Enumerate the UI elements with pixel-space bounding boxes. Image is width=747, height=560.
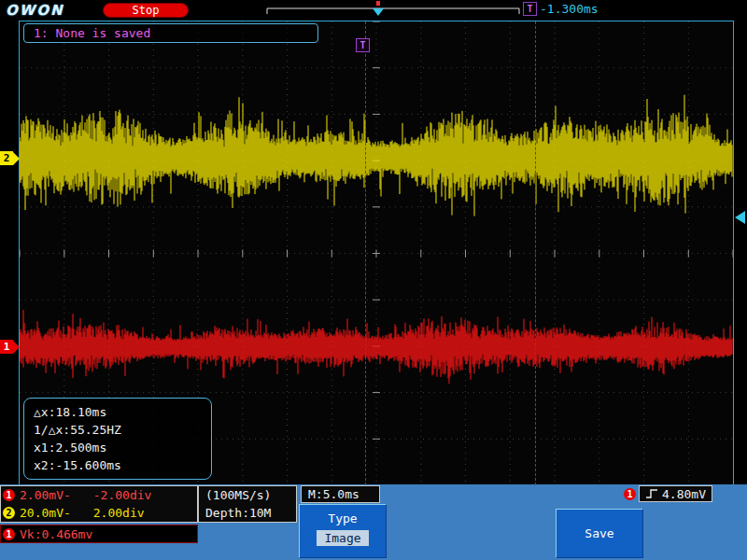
ch1-offset: -2.00div: [93, 488, 152, 502]
record-position-ruler: [264, 0, 526, 21]
time-cursor-1[interactable]: [365, 21, 366, 485]
channel-info-box: 1 2.00mV- -2.00div 2 20.0mV- 2.00div: [0, 485, 198, 523]
oscilloscope-screen: OWON Stop T -1.300ms T 1: None is saved …: [0, 0, 747, 560]
run-stop-button[interactable]: Stop: [103, 3, 189, 18]
trigger-level-box: 4.80mV: [639, 485, 712, 502]
cursor-x1: x1:2.500ms: [34, 439, 202, 456]
channel1-info-row: 1 2.00mV- -2.00div: [1, 486, 197, 504]
channel2-marker-arrow-icon: [13, 152, 20, 165]
cursor-freq: 1/△x:55.25HZ: [34, 421, 202, 439]
trigger-position-tick: [376, 1, 380, 6]
window-position-arrow-icon: [373, 8, 384, 16]
trigger-level-marker[interactable]: [735, 211, 745, 224]
trigger-t-icon: T: [523, 2, 537, 16]
vk-channel-badge: 1: [3, 528, 15, 540]
ch1-scale: 2.00mV-: [20, 488, 71, 502]
timebase-readout: M:5.0ms: [301, 485, 380, 503]
channel2-position-marker[interactable]: 2: [0, 151, 21, 165]
ch2-offset: 2.00div: [93, 506, 145, 520]
type-menu-button[interactable]: Type Image: [299, 504, 387, 558]
channel1-position-marker[interactable]: 1: [0, 340, 21, 354]
channel2-info-row: 2 20.0mV- 2.00div: [1, 504, 197, 522]
sample-rate: (100MS/s): [199, 486, 296, 504]
vk-readout-box: 1 Vk:0.466mv: [0, 525, 198, 543]
vk-value: Vk:0.466mv: [20, 527, 92, 541]
trigger-time-value: -1.300ms: [540, 2, 599, 16]
channel1-marker-label: 1: [0, 340, 13, 354]
message-box: 1: None is saved: [23, 23, 318, 43]
cursor-delta-x: △x:18.10ms: [34, 403, 202, 421]
status-bar: 1 2.00mV- -2.00div 2 20.0mV- 2.00div 1 V…: [0, 484, 747, 560]
cursor-measurement-box: △x:18.10ms 1/△x:55.25HZ x1:2.500ms x2:-1…: [23, 398, 212, 480]
message-text: 1: None is saved: [24, 24, 317, 40]
top-bar: OWON Stop T -1.300ms: [0, 0, 747, 21]
owon-logo: OWON: [6, 2, 64, 19]
waveform-display: T 1: None is saved △x:18.10ms 1/△x:55.25…: [19, 21, 734, 486]
ch2-scale: 20.0mV-: [20, 506, 71, 520]
channel2-marker-label: 2: [0, 151, 13, 165]
type-value-image[interactable]: Image: [317, 530, 368, 546]
trigger-level-value: 4.80mV: [662, 487, 706, 501]
save-button[interactable]: Save: [556, 509, 643, 558]
memory-depth: Depth:10M: [199, 504, 296, 522]
time-cursor-2[interactable]: [535, 21, 536, 485]
channel1-marker-arrow-icon: [13, 341, 20, 354]
trigger-level-readout: 1 4.80mV: [624, 485, 712, 502]
trigger-time-readout: T -1.300ms: [523, 2, 599, 16]
cursor-x2: x2:-15.600ms: [34, 456, 202, 474]
trigger-source-badge: 1: [624, 488, 636, 500]
rising-edge-icon: [645, 488, 658, 499]
ch2-badge: 2: [3, 507, 15, 519]
type-label: Type: [300, 511, 386, 525]
ch1-badge: 1: [3, 489, 15, 501]
trigger-position-marker[interactable]: T: [356, 38, 370, 52]
acquisition-info-box: (100MS/s) Depth:10M: [198, 485, 297, 523]
